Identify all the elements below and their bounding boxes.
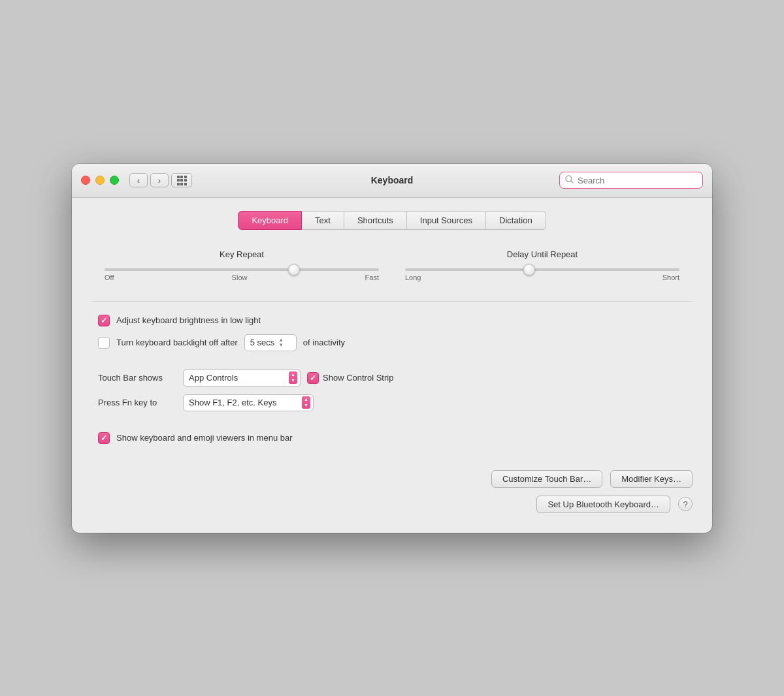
- fn-key-value: Show F1, F2, etc. Keys: [189, 398, 276, 407]
- touch-bar-up-arrow: ▲: [291, 372, 295, 377]
- tab-keyboard[interactable]: Keyboard: [238, 211, 302, 230]
- bottom-section: Customize Touch Bar… Modifier Keys… Set …: [91, 470, 693, 513]
- adjust-brightness-row: Adjust keyboard brightness in low light: [98, 315, 686, 326]
- backlight-timeout-value: 5 secs: [250, 338, 275, 347]
- bottom-row-1: Customize Touch Bar… Modifier Keys…: [91, 470, 693, 488]
- touch-bar-label: Touch Bar shows: [98, 373, 176, 383]
- tab-input-sources[interactable]: Input Sources: [407, 211, 486, 230]
- close-button[interactable]: [81, 176, 90, 185]
- key-repeat-slow-label: Slow: [232, 274, 248, 281]
- key-repeat-group: Key Repeat Off Slow Fast: [105, 249, 379, 281]
- backlight-off-row: Turn keyboard backlight off after 5 secs…: [98, 334, 686, 351]
- adjust-brightness-text: Adjust keyboard brightness in low light: [116, 315, 261, 325]
- delay-repeat-group: Delay Until Repeat Long Short: [405, 249, 679, 281]
- key-repeat-off-label: Off: [105, 274, 114, 281]
- key-repeat-slider[interactable]: [105, 268, 379, 271]
- window-title: Keyboard: [371, 175, 414, 185]
- stepper-down-arrow[interactable]: ▼: [278, 343, 284, 348]
- delay-repeat-label: Delay Until Repeat: [507, 249, 578, 259]
- search-input[interactable]: [578, 176, 697, 185]
- backlight-timeout-stepper[interactable]: 5 secs ▲ ▼: [244, 334, 297, 351]
- svg-line-1: [571, 181, 573, 183]
- divider-1: [91, 301, 693, 302]
- backlight-inactivity-text: of inactivity: [303, 338, 345, 347]
- titlebar: ‹ › Keyboard: [72, 164, 712, 198]
- stepper-arrows: ▲ ▼: [278, 338, 284, 348]
- fn-key-row: Press Fn key to Show F1, F2, etc. Keys ▲…: [98, 394, 686, 411]
- modifier-keys-button[interactable]: Modifier Keys…: [610, 470, 693, 488]
- touch-bar-row: Touch Bar shows App Controls ▲ ▼ Show Co…: [98, 370, 686, 387]
- grid-icon: [177, 176, 187, 185]
- tab-text[interactable]: Text: [302, 211, 344, 230]
- search-icon: [565, 175, 574, 185]
- delay-repeat-range-labels: Long Short: [405, 274, 679, 281]
- nav-buttons: ‹ ›: [129, 173, 169, 187]
- touch-bar-down-arrow: ▼: [291, 378, 295, 383]
- key-repeat-range-labels: Off Slow Fast: [105, 274, 379, 281]
- set-up-bluetooth-button[interactable]: Set Up Bluetooth Keyboard…: [536, 496, 670, 513]
- fn-key-label: Press Fn key to: [98, 398, 176, 407]
- show-emoji-checkbox[interactable]: [98, 432, 110, 444]
- content-area: Keyboard Text Shortcuts Input Sources Di…: [72, 198, 712, 533]
- forward-button[interactable]: ›: [150, 173, 169, 187]
- keyboard-preferences-window: ‹ › Keyboard Keyboard Text: [72, 164, 712, 533]
- touch-bar-value: App Controls: [189, 373, 238, 383]
- show-control-strip-label: Show Control Strip: [323, 373, 393, 383]
- sliders-section: Key Repeat Off Slow Fast Delay Until Rep…: [105, 249, 679, 281]
- show-emoji-text: Show keyboard and emoji viewers in menu …: [116, 433, 293, 443]
- show-control-strip-group: Show Control Strip: [307, 372, 393, 384]
- touch-bar-dropdown[interactable]: App Controls ▲ ▼: [183, 370, 301, 387]
- tab-dictation[interactable]: Dictation: [486, 211, 546, 230]
- back-button[interactable]: ‹: [129, 173, 148, 187]
- minimize-button[interactable]: [95, 176, 105, 185]
- delay-repeat-long-label: Long: [405, 274, 421, 281]
- tabs-bar: Keyboard Text Shortcuts Input Sources Di…: [91, 211, 693, 230]
- backlight-off-text: Turn keyboard backlight off after: [116, 338, 238, 347]
- key-repeat-label: Key Repeat: [220, 249, 264, 259]
- delay-repeat-short-label: Short: [662, 274, 679, 281]
- grid-button[interactable]: [171, 173, 192, 187]
- adjust-brightness-checkbox[interactable]: [98, 315, 110, 326]
- key-repeat-fast-label: Fast: [365, 274, 379, 281]
- fn-key-dropdown[interactable]: Show F1, F2, etc. Keys ▲ ▼: [183, 394, 314, 411]
- tab-shortcuts[interactable]: Shortcuts: [344, 211, 407, 230]
- fn-key-down-arrow: ▼: [304, 403, 308, 408]
- search-box[interactable]: [559, 172, 703, 189]
- settings-section: Adjust keyboard brightness in low light …: [91, 315, 693, 444]
- fn-key-dropdown-arrows: ▲ ▼: [302, 396, 310, 409]
- maximize-button[interactable]: [110, 176, 119, 185]
- help-button[interactable]: ?: [678, 497, 693, 511]
- backlight-off-checkbox[interactable]: [98, 337, 110, 349]
- show-emoji-row: Show keyboard and emoji viewers in menu …: [98, 432, 686, 444]
- touch-bar-dropdown-arrows: ▲ ▼: [289, 372, 297, 384]
- delay-repeat-slider[interactable]: [405, 268, 679, 271]
- show-control-strip-checkbox[interactable]: [307, 372, 319, 384]
- bottom-row-2: Set Up Bluetooth Keyboard… ?: [91, 496, 693, 513]
- customize-touch-bar-button[interactable]: Customize Touch Bar…: [491, 470, 602, 488]
- fn-key-up-arrow: ▲: [304, 397, 308, 402]
- traffic-lights: [81, 176, 119, 185]
